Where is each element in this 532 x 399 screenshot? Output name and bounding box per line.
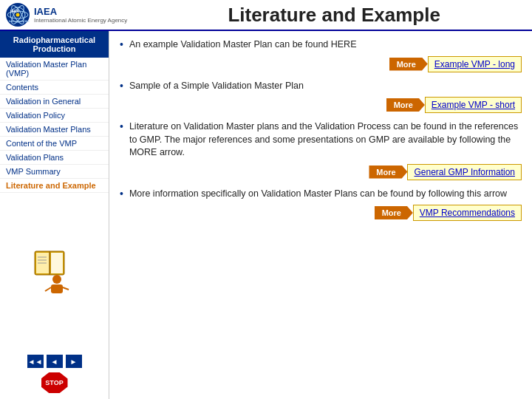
sidebar-nav: Validation Master Plan (VMP) Contents Va… — [0, 58, 109, 193]
bullet-section-4: • More information specifically on Valid… — [120, 188, 522, 222]
bullet-row-4: • More information specifically on Valid… — [120, 188, 522, 201]
sidebar-item-validation-plans[interactable]: Validation Plans — [0, 151, 109, 165]
nav-first-button[interactable]: ◄◄ — [27, 355, 44, 368]
nav-buttons: ◄◄ ◄ ► — [27, 355, 82, 368]
more-button-3[interactable]: More — [369, 166, 407, 179]
more-button-1[interactable]: More — [389, 58, 428, 71]
more-row-1: More Example VMP - long — [120, 56, 522, 72]
bullet-row-2: • Sample of a Simple Validation Master P… — [120, 80, 522, 93]
sidebar-bottom: ◄◄ ◄ ► STOP — [0, 349, 109, 399]
bullet-section-2: • Sample of a Simple Validation Master P… — [120, 80, 522, 114]
nav-prev-button[interactable]: ◄ — [47, 355, 63, 368]
org-name: International Atomic Energy Agency — [34, 17, 127, 24]
bullet-2-icon: • — [120, 80, 123, 92]
bullet-1-icon: • — [120, 38, 123, 50]
svg-line-17 — [45, 287, 51, 291]
book-person-icon — [29, 245, 81, 297]
more-row-2: More Example VMP - short — [120, 97, 522, 113]
bullet-row-3: • Literature on Validation Master plans … — [120, 120, 522, 160]
sidebar-item-contents[interactable]: Contents — [0, 81, 109, 95]
sidebar-item-validation-general[interactable]: Validation in General — [0, 95, 109, 109]
more-link-4[interactable]: VMP Recommendations — [413, 205, 522, 221]
sidebar-item-vmp[interactable]: Validation Master Plan (VMP) — [0, 58, 109, 81]
bullet-3-icon: • — [120, 120, 123, 132]
header: IAEA International Atomic IAEA Internati… — [0, 0, 532, 31]
more-button-2[interactable]: More — [386, 98, 425, 112]
org-info: IAEA International Atomic Energy Agency — [34, 6, 127, 24]
svg-point-15 — [52, 275, 61, 284]
bullet-row-1: • An example Validation Master Plan can … — [120, 38, 522, 52]
main-layout: Radiopharmaceutical Production Validatio… — [0, 31, 532, 399]
svg-text:International Atomic: International Atomic — [9, 20, 30, 23]
logo-area: IAEA International Atomic IAEA Internati… — [6, 3, 127, 27]
sidebar-item-vmp-summary[interactable]: VMP Summary — [0, 165, 109, 179]
sidebar-icon-area — [0, 193, 109, 349]
svg-point-5 — [16, 13, 20, 17]
more-button-4[interactable]: More — [375, 206, 413, 219]
stop-button[interactable]: STOP — [41, 372, 68, 393]
more-link-2[interactable]: Example VMP - short — [425, 97, 522, 113]
bullet-4-icon: • — [120, 188, 123, 200]
sidebar: Radiopharmaceutical Production Validatio… — [0, 31, 109, 399]
content-area: • An example Validation Master Plan can … — [109, 31, 532, 399]
iaea-logo: IAEA International Atomic — [6, 3, 30, 27]
svg-text:IAEA: IAEA — [10, 9, 19, 13]
sidebar-title: Radiopharmaceutical Production — [0, 31, 109, 58]
sidebar-item-validation-master-plans[interactable]: Validation Master Plans — [0, 123, 109, 137]
bullet-section-1: • An example Validation Master Plan can … — [120, 38, 522, 72]
bullet-section-3: • Literature on Validation Master plans … — [120, 120, 522, 180]
nav-next-button[interactable]: ► — [66, 355, 82, 368]
more-link-1[interactable]: Example VMP - long — [428, 56, 522, 72]
sidebar-item-validation-policy[interactable]: Validation Policy — [0, 109, 109, 123]
svg-line-18 — [63, 287, 69, 290]
bullet-1-text: An example Validation Master Plan can be… — [129, 38, 522, 52]
sidebar-item-content-vmp[interactable]: Content of the VMP — [0, 137, 109, 151]
svg-rect-10 — [51, 253, 63, 273]
more-row-4: More VMP Recommendations — [120, 205, 522, 221]
more-link-3[interactable]: General GMP Information — [407, 164, 522, 180]
bullet-2-text: Sample of a Simple Validation Master Pla… — [129, 80, 522, 93]
svg-rect-16 — [51, 284, 63, 293]
sidebar-item-literature[interactable]: Literature and Example — [0, 179, 109, 193]
more-row-3: More General GMP Information — [120, 164, 522, 180]
logo-text: IAEA — [34, 6, 127, 17]
bullet-4-text: More information specifically on Validat… — [129, 188, 522, 201]
page-title: Literature and Example — [127, 4, 526, 27]
bullet-3-text: Literature on Validation Master plans an… — [129, 120, 522, 160]
